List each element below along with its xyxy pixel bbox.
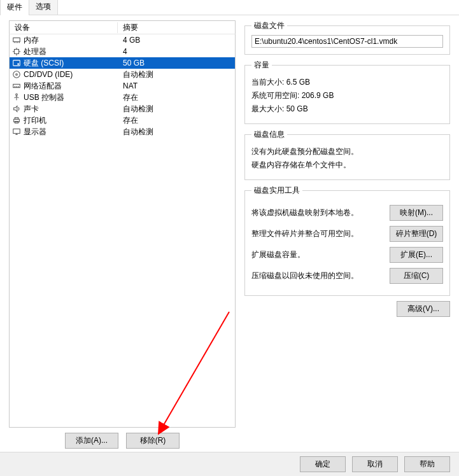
display-icon bbox=[12, 127, 21, 136]
disk-file-group: 磁盘文件 bbox=[244, 20, 450, 55]
current-size-value: 6.5 GB bbox=[286, 78, 310, 87]
device-row[interactable]: 硬盘 (SCSI) 50 GB bbox=[10, 57, 235, 69]
disk-info-legend: 磁盘信息 bbox=[251, 129, 287, 140]
sound-icon bbox=[12, 104, 21, 113]
advanced-button[interactable]: 高级(V)... bbox=[397, 301, 450, 317]
svg-rect-23 bbox=[15, 118, 18, 120]
max-size-label: 最大大小: bbox=[251, 104, 284, 113]
device-row[interactable]: 打印机 存在 bbox=[10, 115, 235, 126]
svg-rect-0 bbox=[13, 38, 20, 42]
capacity-legend: 容量 bbox=[251, 60, 272, 71]
map-desc: 将该虚拟机磁盘映射到本地卷。 bbox=[251, 207, 383, 218]
device-name: 网络适配器 bbox=[24, 81, 62, 92]
tab-hardware[interactable]: 硬件 bbox=[0, 0, 29, 15]
svg-point-12 bbox=[13, 71, 20, 78]
disk-utilities-legend: 磁盘实用工具 bbox=[251, 185, 302, 196]
device-name: 内存 bbox=[24, 35, 39, 46]
device-summary: 50 GB bbox=[118, 59, 145, 67]
disk-info-line1: 没有为此硬盘预分配磁盘空间。 bbox=[251, 146, 443, 157]
expand-button[interactable]: 扩展(E)... bbox=[390, 247, 443, 263]
net-icon bbox=[12, 81, 21, 90]
ok-button[interactable]: 确定 bbox=[300, 456, 346, 472]
disk-file-legend: 磁盘文件 bbox=[251, 20, 287, 31]
device-summary: 自动检测 bbox=[118, 127, 153, 137]
add-button[interactable]: 添加(A)... bbox=[65, 433, 118, 449]
printer-icon bbox=[12, 116, 21, 125]
svg-rect-25 bbox=[13, 129, 20, 134]
device-row[interactable]: 声卡 自动检测 bbox=[10, 103, 235, 115]
device-summary: 存在 bbox=[118, 92, 138, 103]
device-name: CD/DVD (IDE) bbox=[24, 70, 73, 79]
defrag-desc: 整理文件碎片并整合可用空间。 bbox=[251, 228, 383, 239]
device-list[interactable]: 内存 4 GB 处理器 4 硬盘 (SCSI) 50 GB CD/DVD (ID… bbox=[9, 34, 236, 428]
col-summary: 摘要 bbox=[118, 22, 138, 33]
map-button[interactable]: 映射(M)... bbox=[390, 205, 443, 221]
device-name: 显示器 bbox=[24, 127, 46, 137]
device-name: 打印机 bbox=[24, 115, 46, 126]
usb-icon bbox=[12, 93, 21, 102]
disk-icon bbox=[12, 59, 21, 67]
device-summary: NAT bbox=[118, 81, 138, 90]
memory-icon bbox=[12, 36, 21, 45]
capacity-group: 容量 当前大小: 6.5 GB 系统可用空间: 206.9 GB 最大大小: 5… bbox=[244, 60, 450, 124]
shrink-button[interactable]: 压缩(C) bbox=[390, 268, 443, 284]
free-space-label: 系统可用空间: bbox=[251, 91, 299, 100]
device-row[interactable]: 处理器 4 bbox=[10, 46, 235, 57]
col-device: 设备 bbox=[10, 22, 118, 33]
defrag-button[interactable]: 碎片整理(D) bbox=[390, 226, 443, 242]
device-summary: 自动检测 bbox=[118, 69, 153, 80]
cd-icon bbox=[12, 70, 21, 79]
svg-rect-10 bbox=[13, 60, 20, 66]
svg-point-13 bbox=[16, 74, 18, 76]
tab-options[interactable]: 选项 bbox=[29, 0, 58, 15]
device-row[interactable]: CD/DVD (IDE) 自动检测 bbox=[10, 69, 235, 80]
free-space-value: 206.9 GB bbox=[302, 91, 334, 100]
help-button[interactable]: 帮助 bbox=[404, 456, 450, 472]
shrink-desc: 压缩磁盘以回收未使用的空间。 bbox=[251, 270, 383, 281]
device-name: 声卡 bbox=[24, 104, 39, 115]
device-row[interactable]: USB 控制器 存在 bbox=[10, 92, 235, 103]
device-row[interactable]: 网络适配器 NAT bbox=[10, 80, 235, 92]
device-name: 硬盘 (SCSI) bbox=[24, 58, 64, 69]
remove-button[interactable]: 移除(R) bbox=[126, 433, 180, 449]
max-size-value: 50 GB bbox=[286, 104, 308, 113]
device-summary: 自动检测 bbox=[118, 104, 153, 115]
disk-info-line2: 硬盘内容存储在单个文件中。 bbox=[251, 160, 443, 171]
cpu-icon bbox=[12, 47, 21, 56]
device-row[interactable]: 内存 4 GB bbox=[10, 34, 235, 46]
device-summary: 4 bbox=[118, 47, 127, 56]
device-list-header: 设备 摘要 bbox=[9, 20, 236, 34]
disk-file-input[interactable] bbox=[251, 35, 443, 48]
device-summary: 4 GB bbox=[118, 36, 140, 45]
device-name: USB 控制器 bbox=[24, 92, 64, 103]
current-size-label: 当前大小: bbox=[251, 78, 284, 87]
cancel-button[interactable]: 取消 bbox=[352, 456, 398, 472]
device-row[interactable]: 显示器 自动检测 bbox=[10, 126, 235, 137]
disk-utilities-group: 磁盘实用工具 将该虚拟机磁盘映射到本地卷。 映射(M)... 整理文件碎片并整合… bbox=[244, 185, 450, 296]
svg-rect-5 bbox=[15, 50, 19, 54]
tab-strip: 硬件 选项 bbox=[0, 0, 459, 15]
expand-desc: 扩展磁盘容量。 bbox=[251, 249, 383, 260]
disk-info-group: 磁盘信息 没有为此硬盘预分配磁盘空间。 硬盘内容存储在单个文件中。 bbox=[244, 129, 450, 180]
device-name: 处理器 bbox=[24, 46, 46, 57]
device-summary: 存在 bbox=[118, 115, 138, 126]
svg-point-11 bbox=[18, 64, 19, 65]
dialog-footer: 确定 取消 帮助 bbox=[0, 452, 459, 476]
